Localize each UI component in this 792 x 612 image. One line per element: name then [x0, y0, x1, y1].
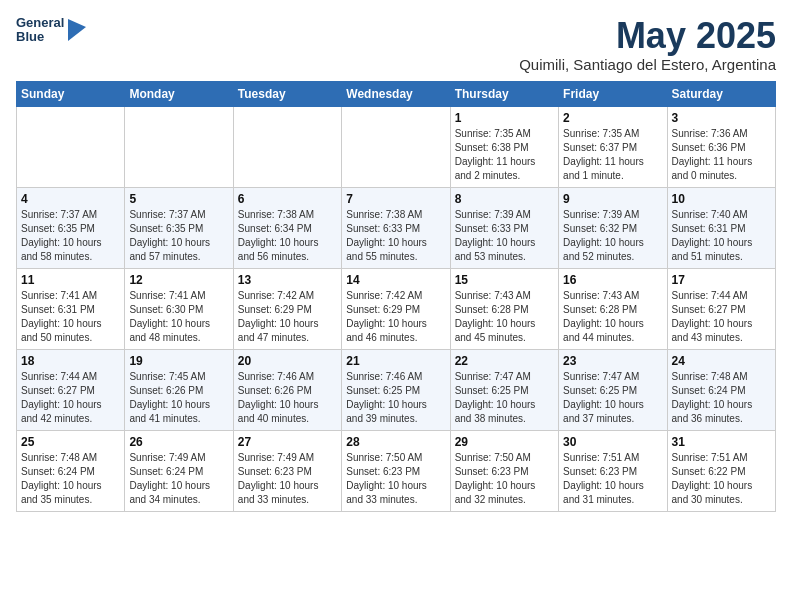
day-number: 1 [455, 111, 554, 125]
day-info: Sunrise: 7:47 AM Sunset: 6:25 PM Dayligh… [455, 370, 554, 426]
day-info: Sunrise: 7:36 AM Sunset: 6:36 PM Dayligh… [672, 127, 771, 183]
week-row-2: 4Sunrise: 7:37 AM Sunset: 6:35 PM Daylig… [17, 187, 776, 268]
header-sunday: Sunday [17, 81, 125, 106]
cell-5-3: 27Sunrise: 7:49 AM Sunset: 6:23 PM Dayli… [233, 430, 341, 511]
cell-5-7: 31Sunrise: 7:51 AM Sunset: 6:22 PM Dayli… [667, 430, 775, 511]
day-number: 5 [129, 192, 228, 206]
day-number: 28 [346, 435, 445, 449]
cell-4-3: 20Sunrise: 7:46 AM Sunset: 6:26 PM Dayli… [233, 349, 341, 430]
day-number: 3 [672, 111, 771, 125]
cell-1-2 [125, 106, 233, 187]
cell-5-1: 25Sunrise: 7:48 AM Sunset: 6:24 PM Dayli… [17, 430, 125, 511]
day-info: Sunrise: 7:46 AM Sunset: 6:25 PM Dayligh… [346, 370, 445, 426]
day-info: Sunrise: 7:48 AM Sunset: 6:24 PM Dayligh… [21, 451, 120, 507]
day-number: 23 [563, 354, 662, 368]
day-info: Sunrise: 7:38 AM Sunset: 6:34 PM Dayligh… [238, 208, 337, 264]
day-number: 10 [672, 192, 771, 206]
day-info: Sunrise: 7:43 AM Sunset: 6:28 PM Dayligh… [563, 289, 662, 345]
day-info: Sunrise: 7:41 AM Sunset: 6:31 PM Dayligh… [21, 289, 120, 345]
day-info: Sunrise: 7:41 AM Sunset: 6:30 PM Dayligh… [129, 289, 228, 345]
day-number: 13 [238, 273, 337, 287]
day-number: 12 [129, 273, 228, 287]
calendar-subtitle: Quimili, Santiago del Estero, Argentina [519, 56, 776, 73]
svg-marker-0 [68, 19, 86, 41]
day-info: Sunrise: 7:48 AM Sunset: 6:24 PM Dayligh… [672, 370, 771, 426]
logo-icon [68, 19, 86, 41]
day-info: Sunrise: 7:46 AM Sunset: 6:26 PM Dayligh… [238, 370, 337, 426]
day-info: Sunrise: 7:44 AM Sunset: 6:27 PM Dayligh… [21, 370, 120, 426]
logo-text: General Blue [16, 16, 64, 45]
cell-5-2: 26Sunrise: 7:49 AM Sunset: 6:24 PM Dayli… [125, 430, 233, 511]
header-thursday: Thursday [450, 81, 558, 106]
day-number: 31 [672, 435, 771, 449]
day-info: Sunrise: 7:49 AM Sunset: 6:23 PM Dayligh… [238, 451, 337, 507]
cell-2-1: 4Sunrise: 7:37 AM Sunset: 6:35 PM Daylig… [17, 187, 125, 268]
day-info: Sunrise: 7:37 AM Sunset: 6:35 PM Dayligh… [129, 208, 228, 264]
week-row-1: 1Sunrise: 7:35 AM Sunset: 6:38 PM Daylig… [17, 106, 776, 187]
day-number: 7 [346, 192, 445, 206]
logo: General Blue [16, 16, 86, 45]
day-info: Sunrise: 7:39 AM Sunset: 6:32 PM Dayligh… [563, 208, 662, 264]
day-number: 30 [563, 435, 662, 449]
cell-3-2: 12Sunrise: 7:41 AM Sunset: 6:30 PM Dayli… [125, 268, 233, 349]
day-number: 8 [455, 192, 554, 206]
cell-1-7: 3Sunrise: 7:36 AM Sunset: 6:36 PM Daylig… [667, 106, 775, 187]
cell-4-1: 18Sunrise: 7:44 AM Sunset: 6:27 PM Dayli… [17, 349, 125, 430]
day-number: 15 [455, 273, 554, 287]
day-number: 2 [563, 111, 662, 125]
day-number: 18 [21, 354, 120, 368]
cell-1-6: 2Sunrise: 7:35 AM Sunset: 6:37 PM Daylig… [559, 106, 667, 187]
header: General Blue May 2025 Quimili, Santiago … [16, 16, 776, 73]
day-number: 21 [346, 354, 445, 368]
day-number: 25 [21, 435, 120, 449]
cell-3-6: 16Sunrise: 7:43 AM Sunset: 6:28 PM Dayli… [559, 268, 667, 349]
day-info: Sunrise: 7:50 AM Sunset: 6:23 PM Dayligh… [455, 451, 554, 507]
day-info: Sunrise: 7:35 AM Sunset: 6:37 PM Dayligh… [563, 127, 662, 183]
header-friday: Friday [559, 81, 667, 106]
day-number: 22 [455, 354, 554, 368]
day-info: Sunrise: 7:51 AM Sunset: 6:23 PM Dayligh… [563, 451, 662, 507]
day-number: 6 [238, 192, 337, 206]
header-row: SundayMondayTuesdayWednesdayThursdayFrid… [17, 81, 776, 106]
day-info: Sunrise: 7:37 AM Sunset: 6:35 PM Dayligh… [21, 208, 120, 264]
day-info: Sunrise: 7:51 AM Sunset: 6:22 PM Dayligh… [672, 451, 771, 507]
cell-3-4: 14Sunrise: 7:42 AM Sunset: 6:29 PM Dayli… [342, 268, 450, 349]
logo-line2: Blue [16, 30, 64, 44]
cell-3-7: 17Sunrise: 7:44 AM Sunset: 6:27 PM Dayli… [667, 268, 775, 349]
day-number: 11 [21, 273, 120, 287]
day-info: Sunrise: 7:47 AM Sunset: 6:25 PM Dayligh… [563, 370, 662, 426]
cell-4-6: 23Sunrise: 7:47 AM Sunset: 6:25 PM Dayli… [559, 349, 667, 430]
day-number: 17 [672, 273, 771, 287]
cell-1-4 [342, 106, 450, 187]
day-number: 19 [129, 354, 228, 368]
day-number: 16 [563, 273, 662, 287]
cell-3-5: 15Sunrise: 7:43 AM Sunset: 6:28 PM Dayli… [450, 268, 558, 349]
cell-1-3 [233, 106, 341, 187]
cell-1-5: 1Sunrise: 7:35 AM Sunset: 6:38 PM Daylig… [450, 106, 558, 187]
day-number: 29 [455, 435, 554, 449]
header-monday: Monday [125, 81, 233, 106]
cell-2-7: 10Sunrise: 7:40 AM Sunset: 6:31 PM Dayli… [667, 187, 775, 268]
calendar-title: May 2025 [519, 16, 776, 56]
day-number: 14 [346, 273, 445, 287]
cell-4-2: 19Sunrise: 7:45 AM Sunset: 6:26 PM Dayli… [125, 349, 233, 430]
day-number: 20 [238, 354, 337, 368]
week-row-5: 25Sunrise: 7:48 AM Sunset: 6:24 PM Dayli… [17, 430, 776, 511]
week-row-3: 11Sunrise: 7:41 AM Sunset: 6:31 PM Dayli… [17, 268, 776, 349]
cell-4-4: 21Sunrise: 7:46 AM Sunset: 6:25 PM Dayli… [342, 349, 450, 430]
cell-5-5: 29Sunrise: 7:50 AM Sunset: 6:23 PM Dayli… [450, 430, 558, 511]
day-info: Sunrise: 7:40 AM Sunset: 6:31 PM Dayligh… [672, 208, 771, 264]
header-saturday: Saturday [667, 81, 775, 106]
day-info: Sunrise: 7:50 AM Sunset: 6:23 PM Dayligh… [346, 451, 445, 507]
day-info: Sunrise: 7:39 AM Sunset: 6:33 PM Dayligh… [455, 208, 554, 264]
cell-2-2: 5Sunrise: 7:37 AM Sunset: 6:35 PM Daylig… [125, 187, 233, 268]
logo-line1: General [16, 16, 64, 30]
cell-3-1: 11Sunrise: 7:41 AM Sunset: 6:31 PM Dayli… [17, 268, 125, 349]
cell-4-7: 24Sunrise: 7:48 AM Sunset: 6:24 PM Dayli… [667, 349, 775, 430]
cell-3-3: 13Sunrise: 7:42 AM Sunset: 6:29 PM Dayli… [233, 268, 341, 349]
cell-2-3: 6Sunrise: 7:38 AM Sunset: 6:34 PM Daylig… [233, 187, 341, 268]
cell-5-6: 30Sunrise: 7:51 AM Sunset: 6:23 PM Dayli… [559, 430, 667, 511]
day-info: Sunrise: 7:35 AM Sunset: 6:38 PM Dayligh… [455, 127, 554, 183]
day-number: 24 [672, 354, 771, 368]
cell-2-4: 7Sunrise: 7:38 AM Sunset: 6:33 PM Daylig… [342, 187, 450, 268]
